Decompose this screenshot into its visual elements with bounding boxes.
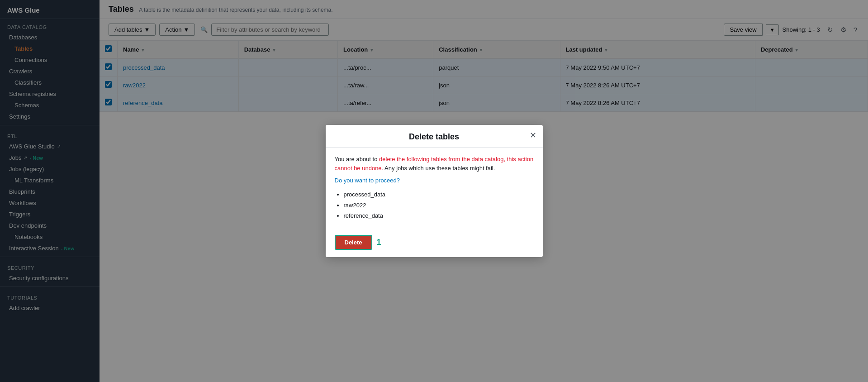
- warning-text-1: You are about to: [335, 156, 379, 162]
- delete-badge-number: 1: [377, 238, 381, 247]
- warning-text-2: Any jobs which use these tables might fa…: [383, 165, 495, 172]
- modal-title: Delete tables: [335, 132, 534, 142]
- modal-header: Delete tables ✕: [326, 125, 543, 148]
- modal-tables-list: processed_data raw2022 reference_data: [344, 189, 534, 221]
- modal-list-item-2: raw2022: [344, 200, 534, 210]
- modal-close-button[interactable]: ✕: [530, 130, 536, 140]
- modal-question: Do you want to proceed?: [335, 177, 534, 184]
- modal-warning-text: You are about to delete the following ta…: [335, 155, 534, 172]
- modal-list-item-1: processed_data: [344, 189, 534, 200]
- delete-button[interactable]: Delete: [335, 235, 372, 250]
- delete-modal: Delete tables ✕ You are about to delete …: [326, 125, 543, 257]
- modal-overlay[interactable]: Delete tables ✕ You are about to delete …: [0, 0, 868, 382]
- modal-body: You are about to delete the following ta…: [326, 148, 543, 229]
- modal-footer: Delete 1: [326, 229, 543, 257]
- modal-list-item-3: reference_data: [344, 210, 534, 221]
